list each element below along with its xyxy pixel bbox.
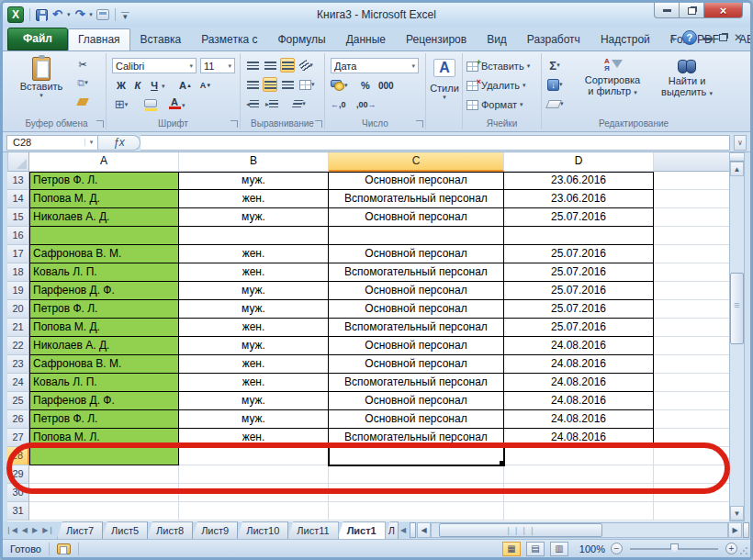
restore-button[interactable]	[680, 3, 704, 18]
row-header-29[interactable]: 29	[7, 465, 29, 484]
cell-A17[interactable]: Сафронова В. М.	[29, 245, 179, 263]
cell-D14[interactable]: 23.06.2016	[504, 190, 654, 208]
workbook-restore-icon[interactable]	[719, 34, 727, 41]
increase-decimal-icon[interactable]: ←,0	[331, 97, 346, 112]
scroll-down-icon[interactable]: ▼	[730, 506, 744, 521]
name-box[interactable]: C28 ▾	[6, 135, 98, 151]
copy-icon[interactable]: ⧉▾	[75, 75, 90, 90]
name-box-dropdown-icon[interactable]: ▾	[84, 139, 97, 146]
vertical-scrollbar[interactable]: ▲ ▼	[729, 152, 745, 521]
cell-A27[interactable]: Попова М. Л.	[29, 429, 179, 447]
zoom-slider-thumb[interactable]	[670, 543, 679, 554]
cell-A19[interactable]: Парфенов Д. Ф.	[29, 282, 179, 300]
cell-A31[interactable]	[29, 502, 179, 521]
cell-B26[interactable]: муж.	[179, 410, 329, 429]
undo-icon[interactable]: ↶	[51, 6, 63, 23]
cell-C21[interactable]: Вспомогательный персонал	[329, 319, 504, 337]
cell-C22[interactable]: Основной персонал	[329, 337, 504, 355]
hscroll-right-icon[interactable]: ▶	[728, 522, 742, 538]
ribbon-tab-вид[interactable]: Вид	[477, 28, 517, 50]
cell-D26[interactable]: 24.08.2016	[504, 410, 654, 429]
cell-E25[interactable]	[654, 392, 735, 410]
ribbon-tab-разметка-с[interactable]: Разметка с	[191, 28, 267, 50]
cell-C24[interactable]: Вспомогательный персонал	[329, 374, 504, 392]
select-all-button[interactable]	[7, 152, 29, 172]
shrink-font-button[interactable]: А▼	[198, 78, 213, 93]
macro-record-icon[interactable]	[57, 543, 71, 554]
expand-formula-bar-icon[interactable]: ∨	[734, 135, 747, 151]
row-header-31[interactable]: 31	[7, 502, 29, 521]
cell-A14[interactable]: Попова М. Д.	[29, 190, 179, 208]
sheet-tab-лист8[interactable]: Лист8	[147, 521, 193, 539]
page-layout-view-button[interactable]: ▤	[526, 542, 545, 556]
paste-button[interactable]: Вставить ▾	[15, 57, 68, 99]
ribbon-tab-главная[interactable]: Главная	[68, 28, 130, 50]
row-header-22[interactable]: 22	[7, 337, 29, 355]
sheet-tab-лист7[interactable]: Лист7	[57, 521, 103, 539]
horizontal-scroll-thumb[interactable]: ❘❘❘❘	[439, 523, 602, 537]
cell-E30[interactable]	[654, 484, 735, 502]
clear-icon[interactable]: ▾	[547, 96, 564, 111]
cell-A29[interactable]	[29, 465, 179, 484]
format-cells-button[interactable]: Формат▾	[466, 97, 538, 112]
cell-C30[interactable]	[329, 484, 504, 502]
sort-filter-button[interactable]: АЯ Сортировкаи фильтр ▾	[577, 58, 648, 98]
cell-D17[interactable]: 25.07.2016	[504, 245, 654, 263]
align-top-icon[interactable]	[245, 58, 260, 73]
cell-B14[interactable]: жен.	[179, 190, 329, 208]
cell-D24[interactable]: 24.08.2016	[504, 374, 654, 392]
cell-E29[interactable]	[654, 465, 735, 484]
sheet-tab-л[interactable]: Л	[385, 521, 399, 539]
row-header-28[interactable]: 28	[7, 447, 29, 465]
row-header-15[interactable]: 15	[7, 208, 29, 227]
cell-A23[interactable]: Сафронова В. М.	[29, 355, 179, 374]
cell-E26[interactable]	[654, 410, 735, 429]
sheet-tab-лист11[interactable]: Лист11	[287, 521, 338, 539]
cell-E28[interactable]	[654, 447, 735, 465]
alignment-dialog-launcher-icon[interactable]	[315, 120, 322, 128]
cell-C13[interactable]: Основной персонал	[329, 172, 504, 190]
vertical-scroll-thumb[interactable]	[730, 273, 744, 344]
ribbon-tab-рецензиров[interactable]: Рецензиров	[396, 28, 477, 50]
cell-D19[interactable]: 25.07.2016	[504, 282, 654, 300]
cell-E13[interactable]	[654, 172, 735, 190]
active-cell-C28[interactable]	[329, 447, 504, 465]
cell-D23[interactable]: 24.08.2016	[504, 355, 654, 374]
ribbon-tab-файл[interactable]: Файл	[7, 28, 68, 50]
column-header-C[interactable]: C	[329, 152, 504, 172]
cell-D31[interactable]	[504, 502, 654, 521]
row-header-18[interactable]: 18	[7, 263, 29, 282]
cell-E15[interactable]	[654, 208, 735, 227]
normal-view-button[interactable]: ▦	[502, 542, 521, 556]
sheet-tab-лист5[interactable]: Лист5	[102, 521, 148, 539]
close-button[interactable]: ×	[704, 3, 743, 18]
format-painter-icon[interactable]	[75, 94, 90, 108]
italic-button[interactable]: К	[130, 78, 145, 93]
cell-B16[interactable]	[179, 227, 329, 245]
undo-dropdown-icon[interactable]: ▾	[67, 11, 71, 18]
sheet-tab-лист1[interactable]: Лист1	[338, 521, 386, 539]
cell-B29[interactable]	[179, 465, 329, 484]
cell-D13[interactable]: 23.06.2016	[504, 172, 654, 190]
row-header-16[interactable]: 16	[7, 227, 29, 245]
cell-C20[interactable]: Основной персонал	[329, 300, 504, 319]
cell-B19[interactable]: муж.	[179, 282, 329, 300]
cell-C17[interactable]: Основной персонал	[329, 245, 504, 263]
cell-D18[interactable]: 25.07.2016	[504, 263, 654, 282]
cell-C18[interactable]: Вспомогательный персонал	[329, 263, 504, 282]
align-bottom-icon[interactable]	[280, 58, 295, 73]
cell-C23[interactable]: Основной персонал	[329, 355, 504, 374]
cell-C26[interactable]: Основной персонал	[329, 410, 504, 429]
ribbon-tab-надстрой[interactable]: Надстрой	[590, 28, 660, 50]
qat-custom-icon[interactable]	[96, 9, 109, 20]
cell-A24[interactable]: Коваль Л. П.	[29, 374, 179, 392]
merge-center-icon[interactable]: ▾	[299, 77, 315, 92]
cell-B28[interactable]	[179, 447, 329, 465]
cell-E22[interactable]	[654, 337, 735, 355]
cell-E19[interactable]	[654, 282, 735, 300]
row-header-20[interactable]: 20	[7, 300, 29, 319]
font-dialog-launcher-icon[interactable]	[230, 120, 238, 128]
excel-logo-icon[interactable]: X	[7, 6, 24, 23]
cell-A28[interactable]	[29, 447, 179, 465]
zoom-slider[interactable]	[630, 548, 718, 550]
